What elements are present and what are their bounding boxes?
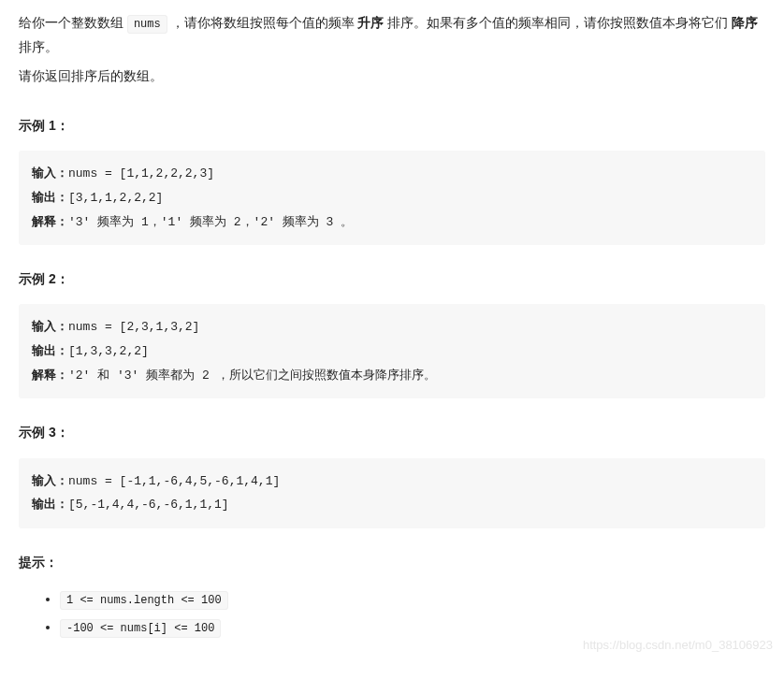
- intro-paragraph-1: 给你一个整数数组 nums ，请你将数组按照每个值的频率 升序 排序。如果有多个…: [19, 11, 765, 59]
- example-1-heading: 示例 1：: [19, 114, 765, 137]
- hint-code: -100 <= nums[i] <= 100: [60, 619, 221, 638]
- example-3-block: 输入：nums = [-1,1,-6,4,5,-6,1,4,1] 输出：[5,-…: [19, 458, 765, 528]
- example-3-output: [5,-1,4,4,-6,-6,1,1,1]: [68, 498, 229, 512]
- output-label: 输出：: [32, 190, 68, 204]
- example-3-heading: 示例 3：: [19, 421, 765, 444]
- intro-paragraph-2: 请你返回排序后的数组。: [19, 65, 765, 88]
- inline-code-nums: nums: [127, 15, 167, 34]
- hints-section: 提示： 1 <= nums.length <= 100 -100 <= nums…: [19, 551, 765, 639]
- problem-description: 给你一个整数数组 nums ，请你将数组按照每个值的频率 升序 排序。如果有多个…: [19, 11, 765, 88]
- input-label: 输入：: [32, 473, 68, 487]
- intro-bold-desc: 降序: [732, 15, 758, 30]
- example-2-block: 输入：nums = [2,3,1,3,2] 输出：[1,3,3,2,2] 解释：…: [19, 304, 765, 398]
- example-3-input: nums = [-1,1,-6,4,5,-6,1,4,1]: [68, 474, 280, 488]
- example-2-heading: 示例 2：: [19, 267, 765, 291]
- example-1-input: nums = [1,1,2,2,2,3]: [68, 166, 214, 181]
- example-2-explain: '2' 和 '3' 频率都为 2 ，所以它们之间按照数值本身降序排序。: [68, 368, 436, 383]
- intro-bold-asc: 升序: [357, 15, 384, 30]
- example-2-output: [1,3,3,2,2]: [68, 344, 149, 358]
- input-label: 输入：: [32, 166, 68, 180]
- output-label: 输出：: [32, 497, 68, 511]
- output-label: 输出：: [32, 343, 68, 357]
- hint-code: 1 <= nums.length <= 100: [60, 591, 228, 610]
- intro-text: 给你一个整数数组: [19, 15, 127, 30]
- hints-list: 1 <= nums.length <= 100 -100 <= nums[i] …: [19, 587, 765, 639]
- intro-text: ，请你将数组按照每个值的频率: [167, 15, 358, 30]
- intro-text: 排序。: [19, 39, 58, 54]
- explain-label: 解释：: [32, 214, 68, 228]
- hint-item: 1 <= nums.length <= 100: [60, 587, 765, 612]
- example-2-input: nums = [2,3,1,3,2]: [68, 320, 199, 334]
- input-label: 输入：: [32, 319, 68, 333]
- example-1-explain: '3' 频率为 1，'1' 频率为 2，'2' 频率为 3 。: [68, 215, 353, 229]
- hint-item: -100 <= nums[i] <= 100: [60, 615, 765, 640]
- hints-heading: 提示：: [19, 551, 765, 574]
- example-1-block: 输入：nums = [1,1,2,2,2,3] 输出：[3,1,1,2,2,2]…: [19, 151, 765, 245]
- example-1-output: [3,1,1,2,2,2]: [68, 191, 163, 205]
- intro-text: 排序。如果有多个值的频率相同，请你按照数值本身将它们: [384, 15, 732, 30]
- explain-label: 解释：: [32, 368, 68, 382]
